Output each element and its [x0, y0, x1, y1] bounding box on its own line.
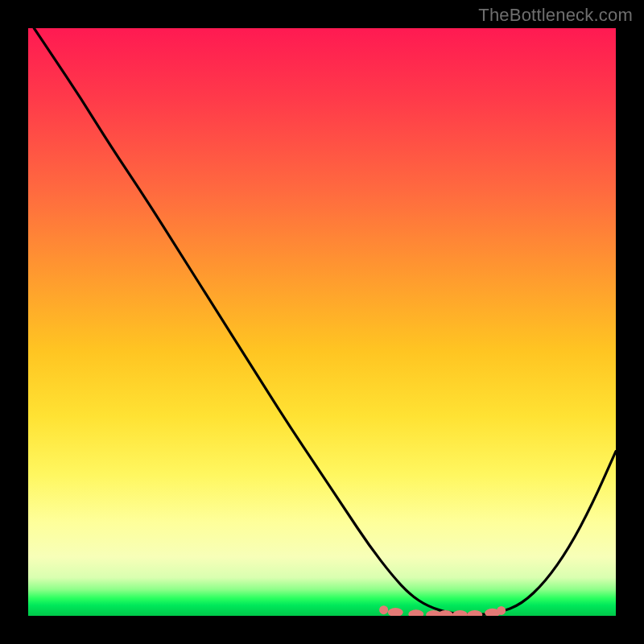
valley-markers	[379, 605, 506, 616]
watermark-text: TheBottleneck.com	[478, 5, 633, 26]
valley-marker	[467, 610, 482, 616]
valley-marker	[497, 606, 506, 615]
valley-marker	[452, 610, 468, 616]
valley-marker	[408, 609, 423, 616]
chart-frame: TheBottleneck.com	[0, 0, 644, 644]
valley-marker	[379, 605, 388, 614]
valley-marker	[388, 608, 403, 616]
plot-svg	[28, 28, 616, 616]
plot-area	[28, 28, 616, 616]
bottleneck-curve	[34, 28, 616, 614]
